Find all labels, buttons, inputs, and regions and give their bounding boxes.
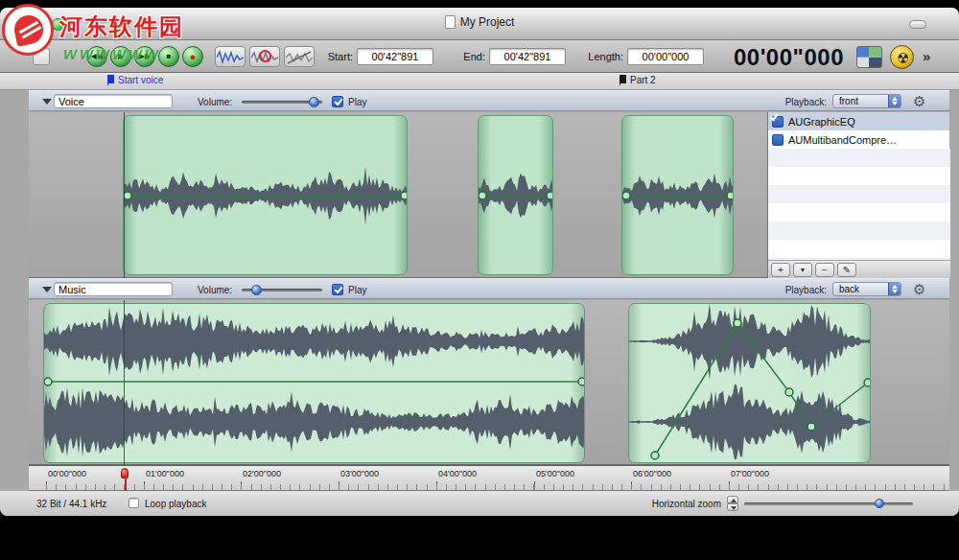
timeline-minor-ticks <box>46 484 949 490</box>
marker-flag-icon <box>620 75 627 85</box>
app-window: My Project ◀◀ ▶ ▶▶ ■ ● Start: End: <box>0 8 959 516</box>
length-field[interactable] <box>627 48 704 65</box>
playback-label: Playback: <box>773 97 827 107</box>
voice-region-2-wave <box>479 116 553 275</box>
zoom-step-up-icon[interactable] <box>727 496 738 503</box>
voice-region-2[interactable] <box>478 115 553 275</box>
toolbar-overflow-chevron[interactable]: » <box>923 48 930 64</box>
timeline-tick-label: 03'00"000 <box>340 469 379 478</box>
volume-slider-thumb[interactable] <box>251 285 262 295</box>
screen: My Project ◀◀ ▶ ▶▶ ■ ● Start: End: <box>0 0 959 560</box>
loop-playback-label: Loop playback <box>145 499 207 509</box>
marker-bar[interactable]: Start voice Part 2 <box>0 73 959 90</box>
playback-value: front <box>839 96 858 106</box>
timeline-tick-label: 01'00"000 <box>146 469 184 478</box>
playhead-line <box>124 112 125 278</box>
playhead-pin[interactable] <box>121 468 129 478</box>
volume-label: Volume: <box>198 285 232 295</box>
dropdown-stepper-icon <box>888 95 901 107</box>
play-label: Play <box>348 285 366 295</box>
voice-track-content[interactable]: AUGraphicEQ AUMultibandCompre… + ▼ − ✎ <box>29 112 949 278</box>
record-button[interactable]: ● <box>182 46 203 67</box>
edit-effect-button[interactable]: ✎ <box>837 263 856 277</box>
volume-slider[interactable] <box>242 101 322 104</box>
zoom-stepper[interactable] <box>727 496 738 511</box>
play-checkbox[interactable] <box>332 96 343 107</box>
playback-dropdown[interactable]: front <box>832 94 901 108</box>
zoom-step-down-icon[interactable] <box>727 503 738 511</box>
movie-export-button[interactable] <box>856 46 882 68</box>
marker-label: Part 2 <box>630 75 656 85</box>
playback-label: Playback: <box>773 285 827 295</box>
gear-icon[interactable]: ⚙ <box>913 93 925 110</box>
effect-name: AUGraphicEQ <box>788 116 855 128</box>
stop-button[interactable]: ■ <box>158 46 179 67</box>
music-track-name-field[interactable] <box>54 282 173 296</box>
volume-label: Volume: <box>198 97 232 107</box>
effect-name: AUMultibandCompre… <box>788 134 897 146</box>
toolbar-toggle-button[interactable] <box>909 20 926 29</box>
marker-start-voice[interactable]: Start voice <box>107 75 163 85</box>
horizontal-zoom-label: Horizontal zoom <box>614 499 721 509</box>
waveform-cut-icon <box>286 50 313 65</box>
waveform-edit-icon <box>217 50 244 65</box>
dropdown-stepper-icon <box>888 283 901 295</box>
marker-part-2[interactable]: Part 2 <box>620 75 656 85</box>
marker-label: Start voice <box>118 75 163 85</box>
disclosure-triangle-icon[interactable] <box>42 287 52 292</box>
start-label: Start: <box>316 51 353 62</box>
effect-row[interactable]: AUGraphicEQ <box>768 112 949 130</box>
window-title: My Project <box>460 15 515 29</box>
volume-slider[interactable] <box>242 289 322 292</box>
play-checkbox[interactable] <box>332 284 343 295</box>
music-region-2-wave <box>629 304 871 463</box>
timeline-ruler[interactable]: 00'00"000 01'00"000 02'00"000 03'00"000 … <box>29 465 949 491</box>
add-effect-button[interactable]: + <box>771 263 790 277</box>
timeline-tick-label: 05'00"000 <box>536 469 574 478</box>
prohibited-icon <box>259 50 271 62</box>
voice-region-1[interactable] <box>123 115 408 275</box>
timeline-tick-label: 07'00"000 <box>731 469 769 478</box>
length-label: Length: <box>575 51 623 62</box>
timeline-tick-label: 00'00"000 <box>48 469 86 478</box>
burn-icon: ☢ <box>897 50 909 66</box>
gear-icon[interactable]: ⚙ <box>913 281 925 298</box>
horizontal-zoom-thumb[interactable] <box>875 499 884 508</box>
effect-menu-button[interactable]: ▼ <box>793 263 812 277</box>
horizontal-zoom-slider[interactable] <box>744 502 913 505</box>
voice-region-3[interactable] <box>621 115 734 275</box>
remove-effect-button[interactable]: − <box>815 263 834 277</box>
effect-checkbox[interactable] <box>772 134 784 146</box>
record-icon: ● <box>190 51 197 62</box>
effect-row[interactable]: AUMultibandCompre… <box>768 130 949 149</box>
marker-flag-icon <box>107 75 115 85</box>
voice-track-header: Volume: Play Playback: front ⚙ <box>29 90 949 111</box>
watermark-url-text: wwwwww <box>63 44 161 64</box>
end-field[interactable] <box>489 48 566 65</box>
loop-playback-checkbox[interactable] <box>129 498 139 508</box>
playback-dropdown[interactable]: back <box>832 282 901 296</box>
voice-region-1-wave <box>124 116 408 275</box>
music-region-2[interactable] <box>628 303 871 463</box>
waveform-delete-button[interactable] <box>249 46 280 67</box>
playback-value: back <box>839 284 859 294</box>
music-region-1-wave <box>44 304 585 463</box>
waveform-edit-button[interactable] <box>215 46 246 67</box>
music-track-header: Volume: Play Playback: back ⚙ <box>29 278 949 299</box>
waveform-cut-button[interactable] <box>284 46 315 67</box>
effects-panel-toolbar: + ▼ − ✎ <box>768 260 950 278</box>
burn-disc-button[interactable]: ☢ <box>890 45 914 69</box>
watermark-logo <box>2 4 54 56</box>
effects-panel: AUGraphicEQ AUMultibandCompre… + ▼ − ✎ <box>767 112 949 278</box>
playhead-line <box>124 300 125 465</box>
start-field[interactable] <box>357 48 433 65</box>
volume-slider-thumb[interactable] <box>309 97 319 107</box>
play-label: Play <box>348 97 366 107</box>
audio-format-text: 32 Bit / 44.1 kHz <box>36 499 106 509</box>
timeline-tick-label: 06'00"000 <box>633 469 671 478</box>
timeline-tick-label: 02'00"000 <box>243 469 281 478</box>
disclosure-triangle-icon[interactable] <box>42 99 52 105</box>
music-track-content[interactable] <box>29 300 949 465</box>
voice-track-name-field[interactable] <box>54 94 173 108</box>
document-icon <box>445 15 456 29</box>
